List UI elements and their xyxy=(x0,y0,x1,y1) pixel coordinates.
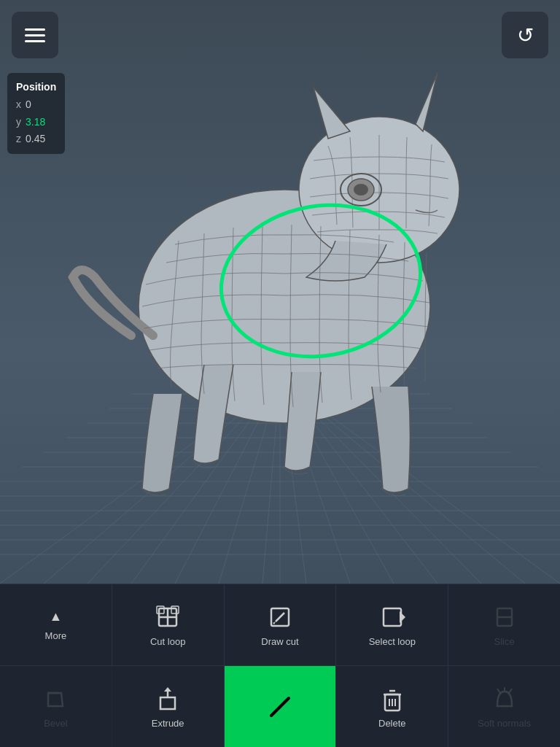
line-icon xyxy=(265,692,295,721)
svg-point-33 xyxy=(354,184,368,196)
soft-normals-label: Soft normals xyxy=(478,718,531,729)
svg-marker-41 xyxy=(273,622,276,624)
z-axis-label: z xyxy=(16,131,21,148)
svg-rect-37 xyxy=(157,606,164,614)
hamburger-icon xyxy=(25,28,45,42)
svg-marker-49 xyxy=(164,687,171,692)
toolbar-row-2: Bevel Extrude xyxy=(0,665,560,747)
position-title: Position xyxy=(16,79,56,96)
menu-button[interactable] xyxy=(12,12,58,58)
draw-cut-label: Draw cut xyxy=(261,636,298,647)
toolbar: ▲ More Cut loop Draw cut xyxy=(0,584,560,747)
position-panel: Position x 0 y 3.18 z 0.45 xyxy=(7,73,65,154)
draw-cut-tool[interactable]: Draw cut xyxy=(225,584,337,665)
soft-normals-icon xyxy=(490,684,519,713)
toolbar-row-1: ▲ More Cut loop Draw cut xyxy=(0,584,560,665)
cut-loop-label: Cut loop xyxy=(150,636,185,647)
slice-tool[interactable]: Slice xyxy=(448,584,560,665)
bevel-icon xyxy=(41,684,70,713)
svg-rect-38 xyxy=(171,606,179,614)
select-loop-icon xyxy=(378,603,407,632)
soft-normals-tool[interactable]: Soft normals xyxy=(448,666,560,747)
select-loop-label: Select loop xyxy=(369,636,416,647)
slice-icon xyxy=(490,603,519,632)
extrude-icon xyxy=(153,684,182,713)
line-tool[interactable] xyxy=(225,666,337,747)
x-value: 0 xyxy=(26,96,31,114)
y-axis-label: y xyxy=(16,114,21,131)
svg-marker-43 xyxy=(400,611,405,623)
slice-label: Slice xyxy=(494,636,514,647)
delete-tool[interactable]: Delete xyxy=(336,666,448,747)
bevel-label: Bevel xyxy=(44,718,68,729)
more-tool[interactable]: ▲ More xyxy=(0,584,112,665)
undo-icon: ↺ xyxy=(517,23,534,47)
svg-marker-30 xyxy=(416,73,438,131)
z-value: 0.45 xyxy=(26,131,45,148)
extrude-tool[interactable]: Extrude xyxy=(112,666,225,747)
undo-button[interactable]: ↺ xyxy=(502,12,548,58)
y-value: 3.18 xyxy=(26,114,45,131)
cut-loop-icon xyxy=(153,603,182,632)
svg-line-40 xyxy=(276,613,284,622)
svg-line-58 xyxy=(497,689,500,693)
x-axis-label: x xyxy=(16,96,21,114)
svg-rect-47 xyxy=(160,697,175,709)
delete-label: Delete xyxy=(378,718,406,729)
svg-line-50 xyxy=(271,698,289,716)
svg-line-59 xyxy=(509,689,512,693)
bevel-tool[interactable]: Bevel xyxy=(0,666,112,747)
chevron-up-icon: ▲ xyxy=(49,609,62,624)
3d-viewport[interactable] xyxy=(0,0,560,584)
svg-marker-29 xyxy=(314,88,350,139)
draw-cut-icon xyxy=(265,603,295,632)
cut-loop-tool[interactable]: Cut loop xyxy=(112,584,225,665)
more-label: More xyxy=(45,630,67,641)
select-loop-tool[interactable]: Select loop xyxy=(336,584,448,665)
extrude-label: Extrude xyxy=(152,718,184,729)
svg-rect-42 xyxy=(384,608,401,626)
delete-icon xyxy=(378,684,407,713)
